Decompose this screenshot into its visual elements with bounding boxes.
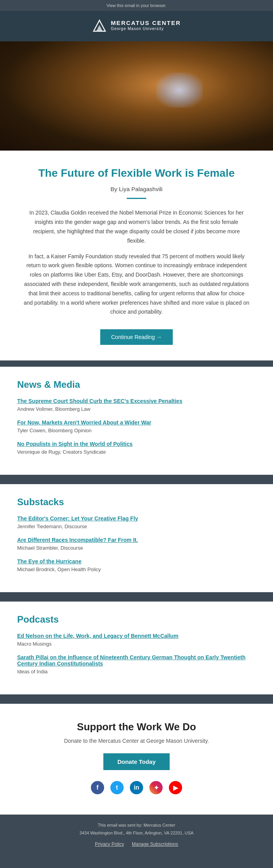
support-section: Support the Work We Do Donate to the Mer… bbox=[0, 704, 273, 815]
instagram-icon[interactable]: ✦ bbox=[149, 781, 163, 794]
svg-marker-2 bbox=[96, 25, 103, 31]
list-item: For Now, Markets Aren't Worried About a … bbox=[17, 419, 256, 434]
manage-subscriptions-link[interactable]: Manage Subscriptions bbox=[132, 840, 178, 849]
laptop-screen-glow bbox=[156, 73, 203, 108]
footer-links: Privacy Policy Manage Subscriptions bbox=[7, 840, 266, 849]
facebook-letter: f bbox=[96, 784, 98, 791]
hero-image bbox=[0, 41, 273, 151]
list-item: Are Different Races Incompatible? Far Fr… bbox=[17, 537, 256, 551]
support-text: Donate to the Mercatus Center at George … bbox=[23, 738, 250, 744]
substacks-title: Substacks bbox=[17, 497, 256, 508]
logo-name: MERCATUS CENTER bbox=[111, 20, 181, 27]
article-body-1: In 2023, Claudia Goldin received the Nob… bbox=[23, 208, 250, 245]
gap-4 bbox=[0, 698, 273, 701]
podcasts-section: Podcasts Ed Nelson on the Life, Work, an… bbox=[0, 602, 273, 694]
list-item: The Editor's Corner: Let Your Creative F… bbox=[17, 515, 256, 530]
substack-link-3[interactable]: The Eye of the Hurricane bbox=[17, 558, 256, 564]
linkedin-icon[interactable]: in bbox=[130, 781, 143, 794]
logo-sub: George Mason University bbox=[111, 27, 181, 31]
article-body-2: In fact, a Kaiser Family Foundation stud… bbox=[23, 252, 250, 317]
footer: This email was sent by: Mercatus Center … bbox=[0, 815, 273, 856]
news-media-section: News & Media The Supreme Court Should Cu… bbox=[0, 367, 273, 475]
logo: MERCATUS CENTER George Mason University bbox=[92, 18, 181, 33]
news-link-1[interactable]: The Supreme Court Should Curb the SEC's … bbox=[17, 398, 256, 404]
article-section: The Future of Flexible Work is Female By… bbox=[0, 151, 273, 360]
donate-button[interactable]: Donate Today bbox=[103, 753, 170, 770]
substack-source-1: Jennifer Tiedemann, Discourse bbox=[17, 524, 87, 529]
support-title: Support the Work We Do bbox=[23, 721, 250, 733]
scene-background bbox=[0, 41, 273, 151]
gap-2 bbox=[0, 478, 273, 481]
title-divider bbox=[127, 198, 146, 199]
list-item: No Populists in Sight in the World of Po… bbox=[17, 441, 256, 455]
news-source-3: Veronique de Rugy, Creators Syndicate bbox=[17, 449, 106, 455]
article-title: The Future of Flexible Work is Female bbox=[23, 166, 250, 180]
substacks-section: Substacks The Editor's Corner: Let Your … bbox=[0, 484, 273, 592]
article-author: By Liya Palagashvili bbox=[23, 186, 250, 192]
twitter-icon[interactable]: t bbox=[110, 781, 124, 794]
podcast-link-2[interactable]: Sarath Pillai on the Influence of Ninete… bbox=[17, 654, 256, 667]
footer-line1: This email was sent by: Mercatus Center bbox=[7, 822, 266, 829]
linkedin-letter: in bbox=[134, 784, 139, 791]
podcast-source-2: Ideas of India bbox=[17, 669, 48, 675]
instagram-glyph: ✦ bbox=[154, 784, 159, 792]
podcasts-title: Podcasts bbox=[17, 614, 256, 625]
privacy-policy-link[interactable]: Privacy Policy bbox=[95, 840, 124, 849]
list-item: The Eye of the Hurricane Michael Brodric… bbox=[17, 558, 256, 573]
podcast-link-1[interactable]: Ed Nelson on the Life, Work, and Legacy … bbox=[17, 633, 256, 639]
news-link-2[interactable]: For Now, Markets Aren't Worried About a … bbox=[17, 419, 256, 426]
gap-1 bbox=[0, 360, 273, 364]
youtube-play: ▶ bbox=[173, 784, 178, 792]
substack-source-3: Michael Brodrick, Open Health Policy bbox=[17, 566, 101, 572]
footer-line2: 3434 Washington Blvd., 4th Floor, Arling… bbox=[7, 829, 266, 837]
logo-text: MERCATUS CENTER George Mason University bbox=[111, 20, 181, 31]
list-item: Sarath Pillai on the Influence of Ninete… bbox=[17, 654, 256, 675]
substack-source-2: Michael Strambler, Discourse bbox=[17, 545, 83, 551]
twitter-letter: t bbox=[116, 784, 118, 791]
substack-link-2[interactable]: Are Different Races Incompatible? Far Fr… bbox=[17, 537, 256, 543]
header: MERCATUS CENTER George Mason University bbox=[0, 11, 273, 41]
news-media-title: News & Media bbox=[17, 379, 256, 390]
news-source-2: Tyler Cowen, Bloomberg Opinion bbox=[17, 428, 92, 433]
facebook-icon[interactable]: f bbox=[91, 781, 104, 794]
list-item: Ed Nelson on the Life, Work, and Legacy … bbox=[17, 633, 256, 647]
hero-scene bbox=[0, 41, 273, 151]
youtube-icon[interactable]: ▶ bbox=[169, 781, 182, 794]
gap-3 bbox=[0, 595, 273, 598]
news-link-3[interactable]: No Populists in Sight in the World of Po… bbox=[17, 441, 256, 447]
mercatus-logo-icon bbox=[92, 18, 107, 33]
list-item: The Supreme Court Should Curb the SEC's … bbox=[17, 398, 256, 412]
podcast-source-1: Macro Musings bbox=[17, 641, 51, 647]
news-source-1: Andrew Vollmer, Bloomberg Law bbox=[17, 406, 90, 412]
top-bar: View this email in your browser. bbox=[0, 0, 273, 11]
view-in-browser-text: View this email in your browser. bbox=[106, 3, 167, 8]
continue-reading-button[interactable]: Continue Reading → bbox=[100, 329, 173, 345]
substack-link-1[interactable]: The Editor's Corner: Let Your Creative F… bbox=[17, 515, 256, 522]
social-icons-row: f t in ✦ ▶ bbox=[23, 781, 250, 794]
